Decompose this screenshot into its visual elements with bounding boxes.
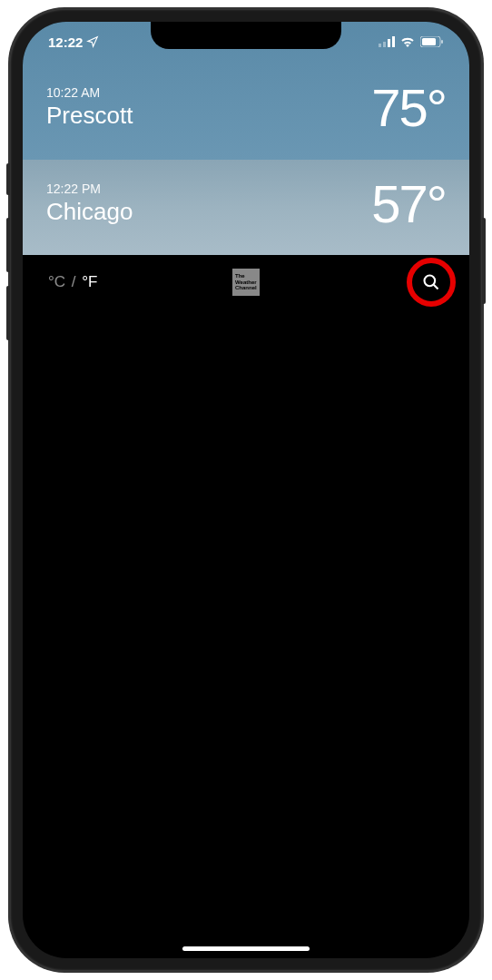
location-temperature: 57°	[371, 173, 446, 234]
svg-rect-3	[392, 36, 395, 47]
fahrenheit-label: °F	[82, 273, 97, 290]
svg-rect-6	[441, 40, 443, 44]
svg-rect-5	[422, 38, 436, 45]
location-name: Prescott	[46, 102, 133, 130]
temp-divider: /	[72, 273, 76, 290]
search-button[interactable]	[418, 270, 444, 295]
location-row[interactable]: 12:22 PM Chicago 57°	[23, 160, 469, 255]
cellular-signal-icon	[379, 36, 395, 47]
svg-rect-2	[388, 39, 390, 47]
location-time: 12:22 PM	[46, 181, 133, 196]
status-right	[379, 36, 444, 47]
home-indicator[interactable]	[182, 946, 310, 951]
wifi-icon	[400, 36, 415, 47]
search-icon	[422, 273, 440, 291]
location-temperature: 75°	[371, 77, 446, 138]
phone-frame: 12:22	[10, 9, 482, 971]
celsius-label: °C	[48, 273, 65, 290]
location-info: 10:22 AM Prescott	[46, 85, 133, 130]
svg-point-7	[425, 276, 436, 287]
battery-icon	[420, 36, 444, 47]
svg-line-8	[434, 285, 438, 289]
svg-rect-1	[383, 42, 386, 47]
location-info: 12:22 PM Chicago	[46, 181, 133, 226]
location-arrow-icon	[86, 35, 99, 48]
location-time: 10:22 AM	[46, 85, 133, 100]
notch	[151, 22, 341, 49]
screen: 12:22	[23, 22, 469, 958]
weather-channel-logo[interactable]: The Weather Channel	[232, 269, 260, 296]
status-left: 12:22	[48, 34, 99, 50]
svg-rect-0	[379, 44, 381, 47]
temperature-unit-toggle[interactable]: °C / °F	[48, 273, 97, 291]
status-time: 12:22	[48, 34, 83, 50]
footer-bar: °C / °F The Weather Channel	[23, 255, 469, 309]
location-name: Chicago	[46, 198, 133, 226]
